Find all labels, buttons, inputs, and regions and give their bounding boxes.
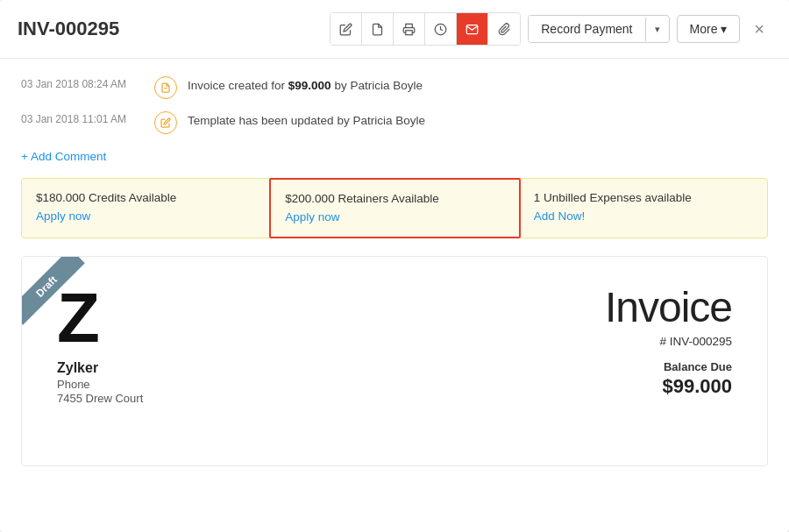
company-name: Zylker: [57, 360, 143, 376]
timeline-icon-2: [154, 111, 177, 134]
invoice-preview: Draft Z Zylker Phone 7455 Drew Court Inv…: [21, 256, 768, 466]
more-button[interactable]: More ▾: [677, 15, 741, 43]
credits-section: $180.000 Credits Available Apply now: [22, 179, 270, 238]
draft-ribbon: Draft: [22, 257, 101, 336]
expenses-section: 1 Unbilled Expenses available Add Now!: [520, 179, 767, 238]
main-window: INV-000295: [0, 0, 789, 532]
attachment-button[interactable]: [488, 13, 520, 45]
svg-rect-0: [406, 30, 413, 34]
invoice-heading: Invoice: [605, 283, 732, 331]
header-actions: Record Payment ▾ More ▾ ×: [330, 12, 771, 46]
invoice-title: INV-000295: [18, 18, 119, 40]
edit-button[interactable]: [331, 13, 362, 45]
expenses-add-link[interactable]: Add Now!: [534, 209, 586, 223]
pdf-button[interactable]: [362, 13, 394, 45]
record-payment-button-group[interactable]: Record Payment ▾: [528, 15, 669, 43]
timeline-text-1: Invoice created for $99.000 by Patricia …: [188, 76, 423, 92]
balance-amount: $99.000: [605, 375, 732, 398]
invoice-right: Invoice # INV-000295 Balance Due $99.000: [605, 283, 732, 406]
timeline-item-2: 03 Jan 2018 11:01 AM Template has been u…: [21, 111, 768, 134]
timeline-time-1: 03 Jan 2018 08:24 AM: [21, 76, 144, 90]
retainers-section: $200.000 Retainers Available Apply now: [269, 178, 520, 238]
credits-retainers-banner: $180.000 Credits Available Apply now $20…: [21, 178, 768, 238]
credits-apply-link[interactable]: Apply now: [36, 209, 90, 223]
retainers-label: $200.000 Retainers Available: [285, 192, 504, 205]
timeline-item: 03 Jan 2018 08:24 AM Invoice created for…: [21, 76, 768, 99]
toolbar-icon-group: [330, 12, 521, 46]
balance-label: Balance Due: [605, 360, 732, 373]
record-payment-dropdown-button[interactable]: ▾: [645, 18, 669, 41]
header: INV-000295: [0, 0, 789, 59]
timeline: 03 Jan 2018 08:24 AM Invoice created for…: [0, 59, 789, 178]
timeline-time-2: 03 Jan 2018 11:01 AM: [21, 111, 144, 125]
print-button[interactable]: [394, 13, 425, 45]
close-button[interactable]: ×: [747, 16, 771, 43]
credits-label: $180.000 Credits Available: [36, 191, 255, 204]
invoice-number: # INV-000295: [605, 335, 732, 348]
content-area: 03 Jan 2018 08:24 AM Invoice created for…: [0, 59, 789, 466]
company-phone-label: Phone: [57, 378, 143, 391]
add-comment-link[interactable]: + Add Comment: [21, 150, 106, 163]
draft-label: Draft: [22, 257, 85, 325]
timeline-icon-1: [154, 76, 177, 99]
history-button[interactable]: [425, 13, 457, 45]
invoice-body: Z Zylker Phone 7455 Drew Court Invoice #…: [22, 257, 767, 432]
email-button[interactable]: [457, 13, 488, 45]
expenses-label: 1 Unbilled Expenses available: [534, 191, 753, 204]
company-address: 7455 Drew Court: [57, 392, 143, 405]
timeline-text-2: Template has been updated by Patricia Bo…: [188, 111, 425, 127]
record-payment-main-button[interactable]: Record Payment: [529, 16, 644, 42]
retainers-apply-link[interactable]: Apply now: [285, 210, 339, 223]
